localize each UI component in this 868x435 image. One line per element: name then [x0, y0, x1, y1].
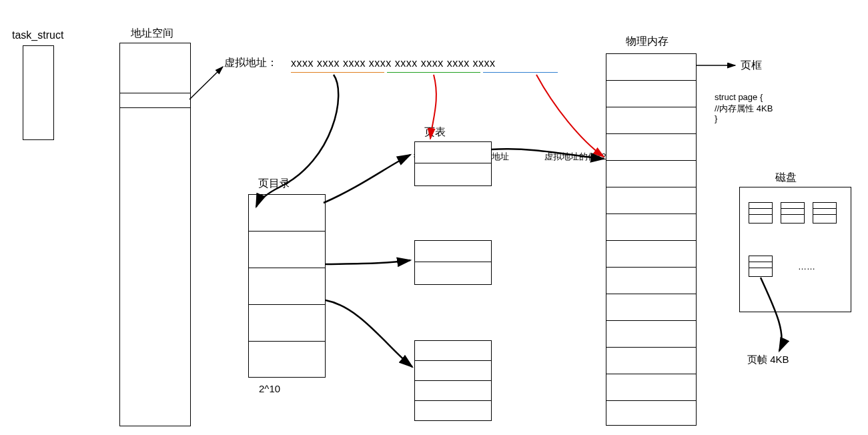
phys-mem-box [606, 53, 697, 426]
page-frame-4kb: 页帧 4KB [747, 354, 789, 366]
page-dir-box [248, 194, 326, 378]
phys-mem-label: 物理内存 [626, 35, 669, 49]
page-frame-label: 页框 [741, 59, 762, 73]
task-struct-box [23, 45, 54, 140]
underline-bits-3 [483, 72, 558, 73]
disk-label: 磁盘 [775, 171, 797, 185]
addr-space-label: 地址空间 [131, 27, 173, 41]
page-dir-label: 页目录 [258, 177, 290, 191]
page-table-box-1 [414, 141, 492, 186]
underline-bits-1 [291, 72, 384, 73]
svg-line-0 [189, 67, 223, 99]
struct-page-2: //内存属性 4KB [715, 103, 773, 115]
page-table-label: 页表 [424, 125, 446, 139]
struct-page-1: struct page { [715, 92, 763, 102]
disk-mini-2 [781, 202, 805, 224]
disk-mini-3 [813, 202, 837, 224]
disk-mini-4 [749, 256, 773, 277]
vaddr-bits: xxxx xxxx xxxx xxxx xxxx xxxx xxxx xxxx [291, 57, 496, 69]
underline-bits-2 [387, 72, 480, 73]
disk-dots: …… [798, 262, 815, 272]
page-table-box-2 [414, 240, 492, 285]
task-struct-label: task_struct [12, 29, 63, 41]
addr-space-row [119, 93, 191, 108]
vaddr-prefix: 虚拟地址： [224, 56, 278, 70]
two-pow-10: 2^10 [259, 383, 280, 394]
struct-page-3: } [715, 113, 717, 123]
page-table-box-3 [414, 340, 492, 421]
disk-mini-1 [749, 202, 773, 224]
